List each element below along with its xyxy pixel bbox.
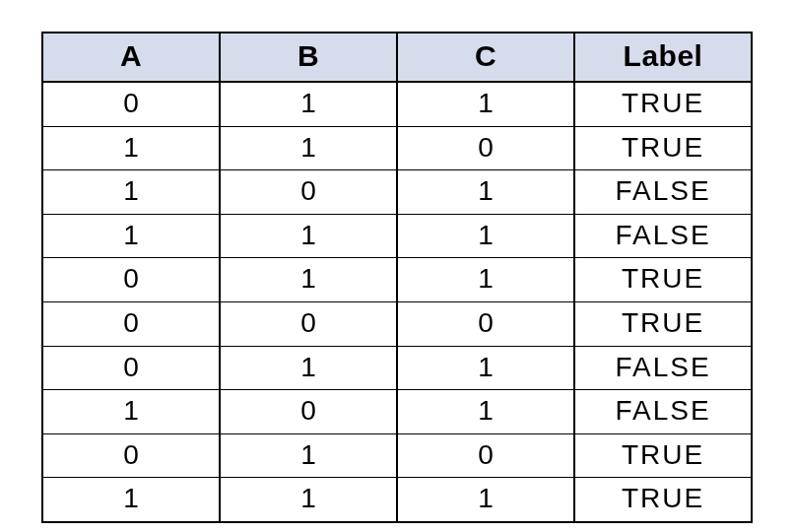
table-cell: 0 [42, 82, 220, 126]
table-cell: 0 [42, 258, 220, 302]
table-cell: TRUE [574, 82, 752, 126]
table-cell: 1 [42, 170, 220, 215]
table-row: 011TRUE [42, 258, 752, 302]
table-cell: 1 [397, 82, 574, 126]
col-header-a: A [42, 33, 220, 82]
table-cell: TRUE [574, 258, 752, 302]
table-row: 111TRUE [42, 478, 752, 522]
col-header-c: C [397, 33, 574, 82]
table-cell: FALSE [574, 170, 752, 215]
table-cell: 1 [42, 478, 220, 522]
table-row: 011TRUE [42, 82, 752, 126]
table-body: 011TRUE110TRUE101FALSE111FALSE011TRUE000… [42, 82, 752, 522]
table-cell: 1 [220, 214, 397, 258]
table-cell: FALSE [574, 214, 752, 258]
table-row: 101FALSE [42, 170, 752, 215]
table-cell: 0 [42, 301, 220, 346]
table-cell: 0 [220, 170, 397, 215]
table-cell: TRUE [574, 433, 752, 478]
table-cell: 1 [42, 390, 220, 434]
table-cell: 0 [42, 346, 220, 390]
table-cell: 1 [397, 258, 574, 302]
table-cell: 1 [42, 214, 220, 258]
table-cell: 1 [397, 390, 574, 434]
table-cell: 0 [397, 433, 574, 478]
table-cell: 0 [42, 433, 220, 478]
table-cell: 0 [220, 301, 397, 346]
table-row: 110TRUE [42, 126, 752, 170]
table-cell: FALSE [574, 346, 752, 390]
table-cell: 1 [42, 126, 220, 170]
table-cell: 1 [397, 214, 574, 258]
col-header-label: Label [574, 33, 752, 82]
table-cell: TRUE [574, 126, 752, 170]
table-cell: 0 [397, 301, 574, 346]
table-row: 111FALSE [42, 214, 752, 258]
table-cell: 1 [397, 478, 574, 522]
table-cell: 1 [220, 126, 397, 170]
table-cell: 1 [220, 258, 397, 302]
table-cell: 1 [220, 478, 397, 522]
table-row: 011FALSE [42, 346, 752, 390]
table-row: 010TRUE [42, 433, 752, 478]
table-cell: 1 [220, 346, 397, 390]
table-cell: 1 [397, 346, 574, 390]
header-row: A B C Label [42, 33, 752, 82]
table-row: 000TRUE [42, 301, 752, 346]
table-cell: TRUE [574, 478, 752, 522]
table-cell: TRUE [574, 301, 752, 346]
table-row: 101FALSE [42, 390, 752, 434]
table-cell: 0 [397, 126, 574, 170]
data-table: A B C Label 011TRUE110TRUE101FALSE111FAL… [41, 32, 753, 523]
table-cell: 1 [220, 82, 397, 126]
table-cell: 0 [220, 390, 397, 434]
table-cell: 1 [397, 170, 574, 215]
col-header-b: B [220, 33, 397, 82]
table-cell: FALSE [574, 390, 752, 434]
table-cell: 1 [220, 433, 397, 478]
